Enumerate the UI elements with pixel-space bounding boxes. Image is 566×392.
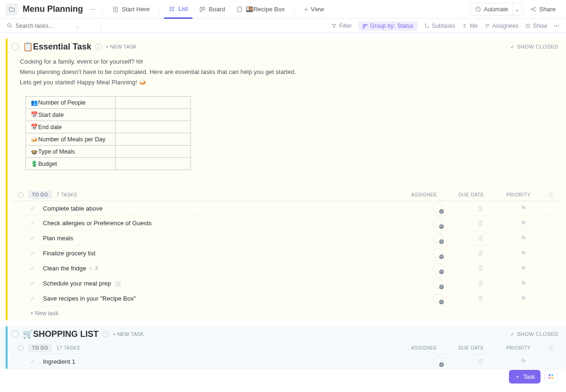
check-icon[interactable]: ✓ — [30, 358, 35, 365]
tab-recipe-box[interactable]: 🍱Recipe Box — [232, 0, 289, 19]
due-date-cell[interactable]: 🗓 — [459, 249, 502, 257]
assignee-placeholder-icon — [433, 356, 443, 367]
assignee-cell[interactable] — [417, 278, 459, 289]
priority-cell[interactable]: ⚑ — [502, 279, 544, 288]
table-row[interactable]: 📅Start date — [26, 109, 191, 121]
table-row[interactable]: 🍲Type of Meals — [26, 146, 191, 158]
new-task-link[interactable]: + NEW TASK — [113, 331, 144, 337]
check-icon[interactable]: ✓ — [30, 220, 35, 227]
table-row[interactable]: 💲Budget — [26, 158, 191, 170]
share-button[interactable]: Share — [525, 3, 560, 15]
task-row[interactable]: ✓ Save recipes in your "Recipe Box" 🗓 ⚑ — [11, 291, 558, 306]
task-row[interactable]: ✓ Finalize grocery list 🗓 ⚑ — [11, 246, 558, 261]
table-row[interactable]: 👥Number of People — [26, 97, 191, 109]
table-row[interactable]: 📅End date — [26, 121, 191, 133]
status-circle-icon[interactable] — [18, 345, 24, 351]
assignee-cell[interactable] — [417, 356, 459, 367]
filter-button[interactable]: Filter — [331, 23, 352, 29]
due-date-cell[interactable]: 🗓 — [459, 219, 502, 227]
assignee-cell[interactable] — [417, 294, 459, 304]
due-date-cell[interactable]: 🗓 — [459, 358, 502, 366]
due-date-cell[interactable]: 🗓 — [459, 264, 502, 272]
task-row[interactable]: ✓ Clean the fridge2 🗓 ⚑ — [11, 261, 558, 276]
show-closed-button[interactable]: ✓SHOW CLOSED — [510, 44, 558, 50]
add-column-button[interactable]: + — [544, 345, 558, 351]
task-row[interactable]: ✓ Schedule your meal prep 🗓 ⚑ — [11, 276, 558, 291]
tab-board[interactable]: Board — [194, 0, 230, 19]
assignee-cell[interactable] — [417, 203, 459, 213]
assignee-cell[interactable] — [417, 233, 459, 244]
show-closed-button[interactable]: ✓SHOW CLOSED — [510, 331, 558, 337]
tab-start-here[interactable]: Start Here — [108, 0, 154, 19]
folder-icon[interactable] — [6, 3, 18, 16]
task-row[interactable]: ✓ Plan meals 🗓 ⚑ — [11, 231, 558, 246]
add-view-button[interactable]: + View — [300, 0, 329, 19]
search-input[interactable] — [16, 23, 72, 29]
task-row[interactable]: ✓ Ingredient 1 🗓 ⚑ — [11, 354, 558, 369]
show-button[interactable]: Show — [525, 23, 547, 29]
status-circle-icon[interactable] — [18, 192, 24, 198]
tab-list[interactable]: List — [164, 0, 192, 19]
info-value[interactable] — [116, 158, 191, 170]
note-icon[interactable] — [115, 282, 121, 286]
info-label: 💲Budget — [26, 158, 116, 170]
check-icon[interactable]: ✓ — [30, 250, 35, 257]
subtask-badge[interactable]: 2 — [89, 265, 98, 271]
automate-chevron[interactable]: ⌄ — [511, 3, 524, 16]
priority-cell[interactable]: ⚑ — [502, 264, 544, 273]
table-row[interactable]: 🍛Number of Meals per Day — [26, 133, 191, 146]
assignee-cell[interactable] — [417, 263, 459, 274]
info-value[interactable] — [116, 146, 191, 158]
subtasks-button[interactable]: Subtasks — [424, 23, 455, 29]
check-icon[interactable]: ✓ — [30, 265, 35, 272]
task-name: Save recipes in your "Recipe Box" — [43, 295, 417, 302]
new-task-bottom[interactable]: + New task — [11, 306, 558, 320]
due-date-cell[interactable]: 🗓 — [459, 204, 502, 212]
info-icon[interactable]: i — [102, 331, 109, 337]
collapse-circle-icon[interactable] — [11, 330, 19, 338]
info-value[interactable] — [116, 133, 191, 146]
search-wrap: ⌄ — [7, 23, 92, 29]
info-icon[interactable]: i — [95, 43, 102, 50]
check-icon[interactable]: ✓ — [30, 205, 35, 212]
section-title: 📋Essential Task — [23, 41, 92, 52]
overflow-menu[interactable]: ⋯ — [554, 23, 559, 29]
assignee-cell[interactable] — [417, 248, 459, 259]
status-pill[interactable]: TO DO — [28, 191, 52, 199]
automate-button[interactable]: Automate — [470, 3, 513, 16]
priority-cell[interactable]: ⚑ — [502, 204, 544, 212]
assignee-cell[interactable] — [417, 218, 459, 229]
due-date-cell[interactable]: 🗓 — [459, 234, 502, 242]
priority-cell[interactable]: ⚑ — [502, 294, 544, 303]
flag-icon: ⚑ — [520, 294, 526, 303]
check-icon[interactable]: ✓ — [30, 235, 35, 242]
priority-cell[interactable]: ⚑ — [502, 357, 544, 366]
info-value[interactable] — [116, 121, 191, 133]
priority-cell[interactable]: ⚑ — [502, 234, 544, 243]
collapse-circle-icon[interactable] — [11, 43, 19, 50]
new-task-link[interactable]: + NEW TASK — [106, 44, 137, 49]
add-column-button[interactable]: + — [544, 192, 558, 198]
calendar-icon: 🗓 — [477, 264, 484, 272]
status-pill[interactable]: TO DO — [28, 344, 52, 352]
me-button[interactable]: Me — [462, 23, 478, 29]
check-icon[interactable]: ✓ — [30, 280, 35, 287]
task-row[interactable]: ✓ Check allergies or Preference of Guest… — [11, 216, 558, 231]
svg-point-16 — [428, 27, 429, 28]
chevron-down-icon[interactable]: ⌄ — [75, 23, 80, 29]
priority-cell[interactable]: ⚑ — [502, 249, 544, 258]
assignee-placeholder-icon — [433, 203, 443, 213]
info-value[interactable] — [116, 97, 191, 109]
task-row[interactable]: ✓ Complete table above 🗓 ⚑ — [11, 201, 558, 216]
due-date-cell[interactable]: 🗓 — [459, 294, 502, 302]
priority-cell[interactable]: ⚑ — [502, 219, 544, 228]
more-dots-icon[interactable]: ⋯ — [88, 6, 98, 13]
check-icon[interactable]: ✓ — [30, 295, 35, 302]
group-by-button[interactable]: Group by: Status — [358, 21, 417, 31]
info-value[interactable] — [116, 109, 191, 121]
info-table[interactable]: 👥Number of People📅Start date📅End date🍛Nu… — [25, 96, 191, 170]
due-date-cell[interactable]: 🗓 — [459, 279, 502, 287]
col-priority-header: PRIORITY — [497, 345, 540, 351]
tab-label: Board — [208, 6, 225, 13]
assignees-button[interactable]: Assignees — [484, 23, 518, 29]
